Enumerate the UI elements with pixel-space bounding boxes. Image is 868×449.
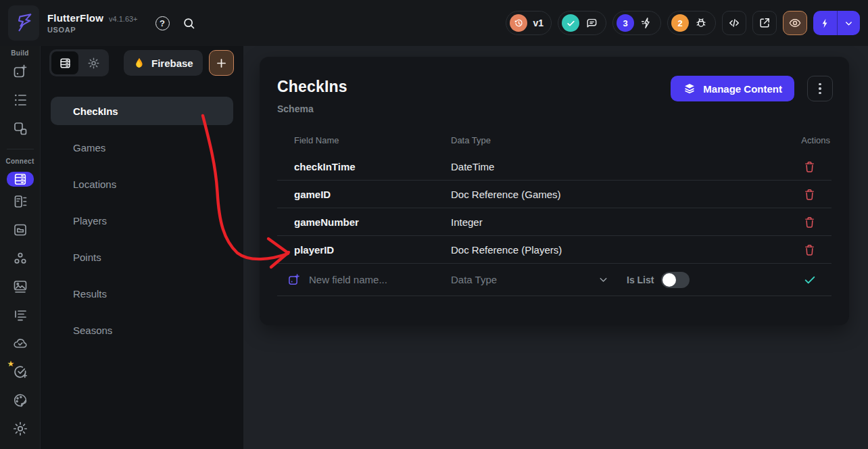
data-type-dropdown[interactable]: Data Type xyxy=(451,274,613,285)
collection-item-games[interactable]: Games xyxy=(51,133,233,162)
sidebar-item-media-assets[interactable] xyxy=(12,279,28,295)
sidebar-item-automations[interactable]: ★ xyxy=(12,364,28,380)
delete-field-button[interactable] xyxy=(802,242,817,257)
table-header-row: Field Name Data Type Actions xyxy=(277,127,831,153)
run-button[interactable] xyxy=(813,11,860,35)
flutterflow-app: FlutterFlow v4.1.63+ USOAP ? v132 BuildC… xyxy=(0,0,868,449)
header-field-name: Field Name xyxy=(277,135,451,145)
sidebar-item-cloud-functions[interactable] xyxy=(12,335,28,352)
field-row-checkInTime: checkInTimeDateTime xyxy=(277,153,831,181)
project-name: USOAP xyxy=(47,26,138,34)
theme-icon xyxy=(12,392,28,408)
firestore-settings-tab[interactable] xyxy=(80,51,107,74)
sidebar-item-firestore[interactable] xyxy=(7,172,34,187)
app-version: v4.1.63+ xyxy=(109,15,138,23)
delete-field-button[interactable] xyxy=(802,187,817,202)
firebase-chip[interactable]: Firebase xyxy=(124,50,203,76)
manage-content-button[interactable]: Manage Content xyxy=(671,76,794,101)
export-icon xyxy=(758,16,771,30)
add-widget-icon xyxy=(12,64,28,80)
bolt-icon xyxy=(819,18,831,29)
settings-icon xyxy=(12,421,28,437)
chevron-down-icon xyxy=(598,274,609,285)
is-list-group: Is List xyxy=(627,272,690,288)
sidebar-item-integrations[interactable] xyxy=(12,250,28,266)
search-icon[interactable] xyxy=(182,16,197,30)
flash-icon xyxy=(640,16,653,30)
chevron-down-icon xyxy=(844,18,854,28)
badge-issue-count[interactable]: 2 xyxy=(667,11,716,35)
sidebar-item-add-element[interactable] xyxy=(12,64,28,80)
table-icon xyxy=(59,57,72,70)
storage-icon xyxy=(12,222,28,238)
sidebar-item-app-values[interactable] xyxy=(12,307,28,323)
field-data-type: DateTime xyxy=(451,161,788,172)
collection-item-points[interactable]: Points xyxy=(51,243,233,271)
data-type-placeholder: Data Type xyxy=(451,274,497,285)
issue-count-circle: 2 xyxy=(671,14,689,32)
field-name: gameNumber xyxy=(277,216,451,228)
badge-version-history[interactable]: v1 xyxy=(506,11,552,35)
sidebar-item-storage[interactable] xyxy=(12,222,28,238)
header-data-type: Data Type xyxy=(451,135,788,145)
check-icon xyxy=(566,18,576,28)
is-list-toggle[interactable] xyxy=(661,272,690,288)
badge-action-count[interactable]: 3 xyxy=(612,11,661,35)
star-badge-icon: ★ xyxy=(7,360,15,368)
collection-item-checkins[interactable]: CheckIns xyxy=(51,97,233,125)
app-values-icon xyxy=(12,307,28,323)
help-icon[interactable]: ? xyxy=(155,16,170,30)
field-name: playerID xyxy=(277,244,451,256)
history-icon xyxy=(514,18,524,28)
field-data-type: Doc Reference (Games) xyxy=(451,189,788,200)
schema-subtitle: Schema xyxy=(277,103,831,115)
add-field-icon xyxy=(287,273,301,287)
code-view-button[interactable] xyxy=(722,11,746,35)
check-icon xyxy=(803,273,817,287)
cloud-check-icon xyxy=(12,335,28,352)
sidebar-item-components[interactable] xyxy=(12,120,28,137)
confirm-field-button[interactable] xyxy=(788,273,831,287)
field-name: checkInTime xyxy=(277,161,451,172)
sidebar-item-data-types[interactable] xyxy=(12,193,28,210)
delete-field-button[interactable] xyxy=(802,159,817,174)
manage-content-label: Manage Content xyxy=(703,83,782,95)
collection-item-locations[interactable]: Locations xyxy=(51,170,233,198)
delete-field-button[interactable] xyxy=(802,214,817,229)
collection-item-seasons[interactable]: Seasons xyxy=(51,316,233,344)
more-options-button[interactable] xyxy=(807,76,833,101)
sidebar-item-settings[interactable] xyxy=(12,421,28,437)
field-data-type: Integer xyxy=(451,216,788,228)
open-new-window-button[interactable] xyxy=(752,11,777,35)
flutterflow-logo[interactable] xyxy=(8,5,39,41)
plus-icon xyxy=(215,57,228,70)
nav-section-build: Build xyxy=(11,49,29,57)
data-schema-icon xyxy=(12,193,28,210)
field-data-type: Doc Reference (Players) xyxy=(451,244,788,256)
sidebar-item-theme[interactable] xyxy=(12,392,28,408)
new-field-name-input[interactable] xyxy=(309,274,417,285)
eye-icon xyxy=(788,16,802,30)
schema-table: Field Name Data Type Actions checkInTime… xyxy=(277,127,831,296)
database-icon xyxy=(13,172,28,187)
app-name: FlutterFlow xyxy=(47,12,103,24)
collection-item-results[interactable]: Results xyxy=(51,279,233,308)
badge-checks-status[interactable] xyxy=(558,11,606,35)
version-history-circle xyxy=(510,14,527,32)
chat-icon xyxy=(585,16,598,30)
preview-eye-button[interactable] xyxy=(783,11,807,35)
nav-section-connect: Connect xyxy=(5,158,34,165)
field-name: gameID xyxy=(277,189,451,200)
add-collection-button[interactable] xyxy=(209,50,234,76)
code-icon xyxy=(727,16,741,30)
collection-item-players[interactable]: Players xyxy=(51,206,233,235)
flutterflow-logo-icon xyxy=(14,13,34,33)
run-options-dropdown[interactable] xyxy=(838,11,860,35)
project-title-block: FlutterFlow v4.1.63+ USOAP xyxy=(47,12,138,34)
schema-card: CheckIns Schema Manage Content Field xyxy=(260,57,849,325)
nav-divider xyxy=(7,149,34,149)
sidebar-item-widget-tree[interactable] xyxy=(12,92,28,108)
field-row-playerID: playerIDDoc Reference (Players) xyxy=(277,236,831,264)
collections-view-tab[interactable] xyxy=(51,51,78,74)
trash-icon xyxy=(802,160,817,174)
